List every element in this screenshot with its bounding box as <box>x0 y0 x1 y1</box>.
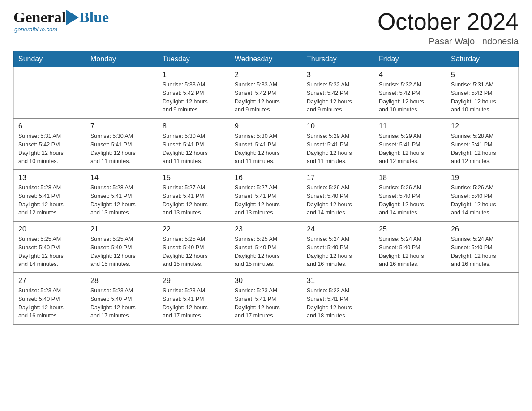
calendar-cell: 15Sunrise: 5:27 AM Sunset: 5:41 PM Dayli… <box>158 170 230 221</box>
page-header: General Blue generalblue.com October 202… <box>13 9 519 47</box>
day-info: Sunrise: 5:27 AM Sunset: 5:41 PM Dayligh… <box>235 184 297 217</box>
day-info: Sunrise: 5:30 AM Sunset: 5:41 PM Dayligh… <box>163 132 225 166</box>
calendar-cell: 24Sunrise: 5:24 AM Sunset: 5:40 PM Dayli… <box>302 221 374 273</box>
calendar-cell: 10Sunrise: 5:29 AM Sunset: 5:41 PM Dayli… <box>302 118 374 170</box>
day-info: Sunrise: 5:26 AM Sunset: 5:40 PM Dayligh… <box>379 184 442 217</box>
day-info: Sunrise: 5:23 AM Sunset: 5:40 PM Dayligh… <box>18 287 81 320</box>
weekday-header-tuesday: Tuesday <box>158 51 230 67</box>
day-info: Sunrise: 5:33 AM Sunset: 5:42 PM Dayligh… <box>163 81 225 114</box>
day-number: 21 <box>90 225 153 233</box>
day-number: 3 <box>307 71 369 79</box>
logo: General Blue generalblue.com <box>13 9 109 33</box>
day-info: Sunrise: 5:25 AM Sunset: 5:40 PM Dayligh… <box>90 235 153 269</box>
day-number: 27 <box>18 277 81 285</box>
day-info: Sunrise: 5:25 AM Sunset: 5:40 PM Dayligh… <box>235 235 297 269</box>
day-info: Sunrise: 5:25 AM Sunset: 5:40 PM Dayligh… <box>163 235 225 269</box>
calendar-week-4: 20Sunrise: 5:25 AM Sunset: 5:40 PM Dayli… <box>14 221 519 273</box>
calendar-cell: 3Sunrise: 5:32 AM Sunset: 5:42 PM Daylig… <box>302 67 374 119</box>
day-info: Sunrise: 5:27 AM Sunset: 5:41 PM Dayligh… <box>163 184 225 217</box>
day-number: 10 <box>307 122 369 130</box>
day-info: Sunrise: 5:24 AM Sunset: 5:40 PM Dayligh… <box>451 235 514 269</box>
calendar-cell: 18Sunrise: 5:26 AM Sunset: 5:40 PM Dayli… <box>374 170 446 221</box>
calendar-week-2: 6Sunrise: 5:31 AM Sunset: 5:42 PM Daylig… <box>14 118 519 170</box>
day-info: Sunrise: 5:33 AM Sunset: 5:42 PM Dayligh… <box>235 81 297 114</box>
day-info: Sunrise: 5:31 AM Sunset: 5:42 PM Dayligh… <box>18 132 81 166</box>
logo-arrow-icon <box>66 10 79 25</box>
day-number: 23 <box>235 225 297 233</box>
day-info: Sunrise: 5:29 AM Sunset: 5:41 PM Dayligh… <box>307 132 369 166</box>
logo-blue-text: Blue <box>79 9 109 26</box>
calendar-cell: 22Sunrise: 5:25 AM Sunset: 5:40 PM Dayli… <box>158 221 230 273</box>
calendar-cell: 2Sunrise: 5:33 AM Sunset: 5:42 PM Daylig… <box>230 67 302 119</box>
calendar-cell <box>86 67 158 119</box>
day-number: 13 <box>18 174 81 182</box>
calendar-cell: 5Sunrise: 5:31 AM Sunset: 5:42 PM Daylig… <box>446 67 519 119</box>
calendar-cell <box>374 273 446 324</box>
weekday-header-wednesday: Wednesday <box>230 51 302 67</box>
day-info: Sunrise: 5:32 AM Sunset: 5:42 PM Dayligh… <box>379 81 442 114</box>
day-number: 30 <box>235 277 297 285</box>
calendar-cell: 7Sunrise: 5:30 AM Sunset: 5:41 PM Daylig… <box>86 118 158 170</box>
day-number: 19 <box>451 174 514 182</box>
day-number: 2 <box>235 71 297 79</box>
calendar-cell: 26Sunrise: 5:24 AM Sunset: 5:40 PM Dayli… <box>446 221 519 273</box>
day-info: Sunrise: 5:29 AM Sunset: 5:41 PM Dayligh… <box>379 132 442 166</box>
day-number: 26 <box>451 225 514 233</box>
day-number: 20 <box>18 225 81 233</box>
calendar-cell: 29Sunrise: 5:23 AM Sunset: 5:41 PM Dayli… <box>158 273 230 324</box>
day-info: Sunrise: 5:26 AM Sunset: 5:40 PM Dayligh… <box>307 184 369 217</box>
logo-general-text: General <box>13 9 66 26</box>
day-number: 29 <box>163 277 225 285</box>
day-info: Sunrise: 5:28 AM Sunset: 5:41 PM Dayligh… <box>451 132 514 166</box>
calendar-cell: 19Sunrise: 5:26 AM Sunset: 5:40 PM Dayli… <box>446 170 519 221</box>
calendar-header-row: SundayMondayTuesdayWednesdayThursdayFrid… <box>14 51 519 67</box>
calendar-cell: 9Sunrise: 5:30 AM Sunset: 5:41 PM Daylig… <box>230 118 302 170</box>
day-info: Sunrise: 5:23 AM Sunset: 5:41 PM Dayligh… <box>307 287 369 320</box>
day-info: Sunrise: 5:30 AM Sunset: 5:41 PM Dayligh… <box>90 132 153 166</box>
calendar-cell: 25Sunrise: 5:24 AM Sunset: 5:40 PM Dayli… <box>374 221 446 273</box>
day-number: 15 <box>163 174 225 182</box>
svg-marker-0 <box>66 10 79 25</box>
day-info: Sunrise: 5:28 AM Sunset: 5:41 PM Dayligh… <box>18 184 81 217</box>
day-info: Sunrise: 5:28 AM Sunset: 5:41 PM Dayligh… <box>90 184 153 217</box>
day-number: 22 <box>163 225 225 233</box>
day-number: 28 <box>90 277 153 285</box>
day-number: 18 <box>379 174 442 182</box>
calendar-title: October 2024 <box>378 9 519 34</box>
day-info: Sunrise: 5:23 AM Sunset: 5:40 PM Dayligh… <box>90 287 153 320</box>
logo-tagline: generalblue.com <box>14 26 57 33</box>
day-number: 9 <box>235 122 297 130</box>
calendar-cell <box>446 273 519 324</box>
day-number: 14 <box>90 174 153 182</box>
day-info: Sunrise: 5:24 AM Sunset: 5:40 PM Dayligh… <box>379 235 442 269</box>
day-number: 24 <box>307 225 369 233</box>
day-number: 6 <box>18 122 81 130</box>
day-info: Sunrise: 5:32 AM Sunset: 5:42 PM Dayligh… <box>307 81 369 114</box>
calendar-cell: 8Sunrise: 5:30 AM Sunset: 5:41 PM Daylig… <box>158 118 230 170</box>
calendar-cell: 30Sunrise: 5:23 AM Sunset: 5:41 PM Dayli… <box>230 273 302 324</box>
day-info: Sunrise: 5:23 AM Sunset: 5:41 PM Dayligh… <box>235 287 297 320</box>
weekday-header-sunday: Sunday <box>14 51 86 67</box>
calendar-week-3: 13Sunrise: 5:28 AM Sunset: 5:41 PM Dayli… <box>14 170 519 221</box>
day-number: 8 <box>163 122 225 130</box>
day-number: 11 <box>379 122 442 130</box>
day-number: 1 <box>163 71 225 79</box>
calendar-cell: 17Sunrise: 5:26 AM Sunset: 5:40 PM Dayli… <box>302 170 374 221</box>
day-info: Sunrise: 5:25 AM Sunset: 5:40 PM Dayligh… <box>18 235 81 269</box>
day-number: 5 <box>451 71 514 79</box>
calendar-table: SundayMondayTuesdayWednesdayThursdayFrid… <box>13 51 519 325</box>
day-info: Sunrise: 5:26 AM Sunset: 5:40 PM Dayligh… <box>451 184 514 217</box>
day-info: Sunrise: 5:24 AM Sunset: 5:40 PM Dayligh… <box>307 235 369 269</box>
calendar-week-1: 1Sunrise: 5:33 AM Sunset: 5:42 PM Daylig… <box>14 67 519 119</box>
calendar-cell: 11Sunrise: 5:29 AM Sunset: 5:41 PM Dayli… <box>374 118 446 170</box>
calendar-cell: 31Sunrise: 5:23 AM Sunset: 5:41 PM Dayli… <box>302 273 374 324</box>
title-block: October 2024 Pasar Wajo, Indonesia <box>378 9 519 47</box>
calendar-subtitle: Pasar Wajo, Indonesia <box>378 36 519 47</box>
calendar-cell: 28Sunrise: 5:23 AM Sunset: 5:40 PM Dayli… <box>86 273 158 324</box>
day-number: 31 <box>307 277 369 285</box>
day-number: 7 <box>90 122 153 130</box>
calendar-cell: 20Sunrise: 5:25 AM Sunset: 5:40 PM Dayli… <box>14 221 86 273</box>
day-number: 17 <box>307 174 369 182</box>
calendar-cell: 27Sunrise: 5:23 AM Sunset: 5:40 PM Dayli… <box>14 273 86 324</box>
calendar-cell: 6Sunrise: 5:31 AM Sunset: 5:42 PM Daylig… <box>14 118 86 170</box>
